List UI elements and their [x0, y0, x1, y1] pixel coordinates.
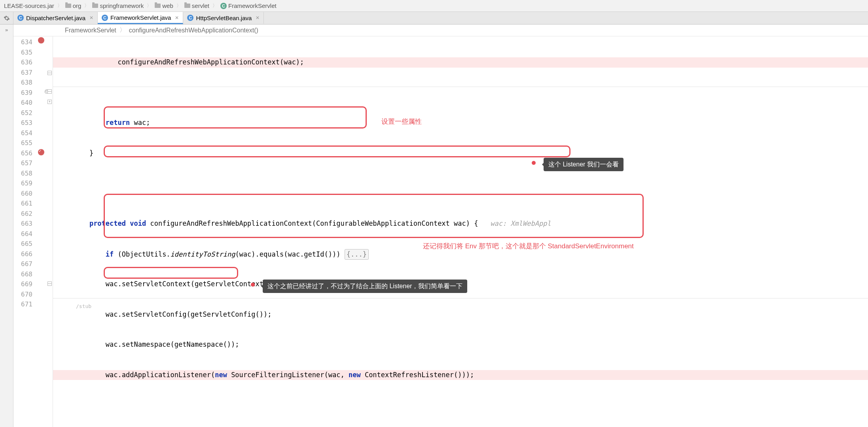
breakpoint-icon[interactable] — [38, 37, 45, 44]
code-text: wac.addApplicationListener( — [106, 371, 215, 379]
chevron-right-icon: 〉 — [84, 2, 89, 9]
line-number: 665 — [13, 239, 32, 249]
inline-hint: wac: XmlWebAppl — [478, 219, 551, 227]
code-text: identityToString — [171, 250, 235, 258]
code-fold[interactable]: {...} — [345, 249, 369, 260]
code-text: configureAndRefreshWebApplicationContext… — [146, 219, 478, 227]
chevron-right-icon: 〉 — [119, 26, 126, 34]
chevron-right-icon: 〉 — [176, 2, 181, 9]
line-number: 653 — [13, 118, 32, 128]
annotation-dot-icon — [532, 161, 536, 165]
line-number: 634 — [13, 37, 32, 47]
keyword: return — [106, 119, 130, 127]
line-number: 660 — [13, 189, 32, 199]
line-number: 668 — [13, 269, 32, 280]
keyword: new — [215, 371, 227, 379]
annotation-tooltip: 这个之前已经讲过了，不过为了结合上面的 Listener，我们简单看一下 — [263, 280, 467, 293]
keyword: if — [106, 250, 114, 258]
class-icon: C — [102, 15, 108, 21]
chevron-right-icon: 〉 — [147, 2, 152, 9]
line-number: 638 — [13, 77, 32, 88]
line-number: 636 — [13, 57, 32, 68]
folder-icon — [65, 4, 71, 8]
line-number: 635 — [13, 47, 32, 58]
breadcrumb-jar[interactable]: LEASE-sources.jar — [2, 2, 56, 9]
line-number: 639 — [13, 88, 32, 98]
line-number: 670 — [13, 289, 32, 300]
close-icon[interactable]: ✕ — [175, 15, 179, 21]
line-number: 637 — [13, 68, 32, 78]
line-number: 659 — [13, 178, 32, 189]
breadcrumb-web[interactable]: web — [153, 2, 175, 9]
code-text: configureAndRefreshWebApplicationContext… — [118, 58, 304, 66]
tab-label: HttpServletBean.java — [196, 15, 252, 21]
settings-button[interactable] — [0, 12, 13, 24]
line-number: 658 — [13, 168, 32, 179]
tab-dispatcher[interactable]: C DispatcherServlet.java ✕ — [13, 12, 98, 24]
tab-label: DispatcherServlet.java — [26, 15, 85, 21]
code-text: (ObjectUtils. — [114, 250, 170, 258]
code-editor[interactable]: 6346356366376386396406526536546556566576… — [13, 36, 868, 427]
code-text: (wac).equals(wac.getId())) — [235, 250, 344, 258]
line-number-gutter: 6346356366376386396406526536546556566576… — [13, 36, 36, 427]
chevron-right-icon: 〉 — [57, 2, 62, 9]
tab-httpservlet[interactable]: C HttpServletBean.java ✕ — [183, 12, 264, 24]
code-breadcrumb: FrameworkServlet 〉 configureAndRefreshWe… — [13, 25, 868, 36]
line-number: 664 — [13, 229, 32, 239]
method-separator — [53, 298, 868, 299]
annotation-box — [104, 267, 238, 279]
close-icon[interactable]: ✕ — [89, 15, 93, 21]
line-number: 671 — [13, 299, 32, 310]
code-text: wac; — [130, 119, 150, 127]
line-number: 654 — [13, 128, 32, 138]
code-area[interactable]: configureAndRefreshWebApplicationContext… — [53, 36, 868, 427]
annotation-dot-icon — [251, 283, 255, 287]
fold-handle-icon[interactable]: + — [47, 100, 52, 104]
folder-icon — [184, 4, 190, 8]
folder-icon — [92, 4, 98, 8]
expand-icon[interactable]: » — [5, 27, 8, 427]
line-number: 661 — [13, 198, 32, 209]
code-text: wac.setServletConfig(getServletConfig())… — [106, 310, 272, 318]
close-icon[interactable]: ✕ — [256, 15, 260, 21]
breadcrumb-org[interactable]: org — [64, 2, 83, 9]
breadcrumb-class[interactable]: CFrameworkServlet — [219, 2, 278, 9]
stub-label: /stub — [76, 301, 91, 312]
breadcrumb: LEASE-sources.jar 〉 org 〉 springframewor… — [0, 0, 868, 12]
keyword: void — [130, 219, 146, 227]
folder-icon — [155, 4, 161, 8]
fold-handle-icon[interactable]: — — [47, 282, 52, 286]
annotation-tooltip: 这个 Listener 我们一会看 — [544, 158, 624, 171]
fold-handle-icon[interactable]: — — [47, 71, 52, 75]
tab-framework[interactable]: C FrameworkServlet.java ✕ — [98, 12, 183, 24]
breakpoint-verified-icon[interactable] — [38, 149, 45, 156]
breadcrumb-springframework[interactable]: springframework — [91, 2, 145, 9]
keyword: protected — [89, 219, 126, 227]
keyword: new — [349, 371, 361, 379]
line-number: 657 — [13, 158, 32, 168]
fold-handle-icon[interactable]: — — [47, 89, 52, 94]
class-icon: C — [17, 15, 24, 21]
line-number: 669 — [13, 279, 32, 289]
line-number: 667 — [13, 259, 32, 269]
crumb-class[interactable]: FrameworkServlet — [65, 27, 116, 34]
line-number: 652 — [13, 108, 32, 118]
line-number: 656 — [13, 148, 32, 159]
chevron-right-icon: 〉 — [212, 2, 217, 9]
class-icon: C — [187, 15, 193, 21]
line-number: 655 — [13, 138, 32, 148]
class-icon: C — [220, 3, 227, 9]
code-text: SourceFilteringListener(wac, — [227, 371, 349, 379]
code-text: wac.setNamespace(getNamespace()); — [106, 340, 239, 348]
crumb-method[interactable]: configureAndRefreshWebApplicationContext… — [129, 27, 258, 34]
tool-window-strip[interactable]: » — [0, 25, 13, 427]
method-separator — [53, 87, 868, 87]
gear-icon — [4, 15, 10, 21]
tab-label: FrameworkServlet.java — [110, 14, 171, 21]
line-number: 666 — [13, 249, 32, 259]
annotation-box — [104, 194, 644, 238]
breadcrumb-servlet[interactable]: servlet — [183, 2, 211, 9]
line-number: 663 — [13, 219, 32, 229]
tab-bar: C DispatcherServlet.java ✕ C FrameworkSe… — [0, 12, 868, 25]
code-text: } — [89, 149, 93, 157]
